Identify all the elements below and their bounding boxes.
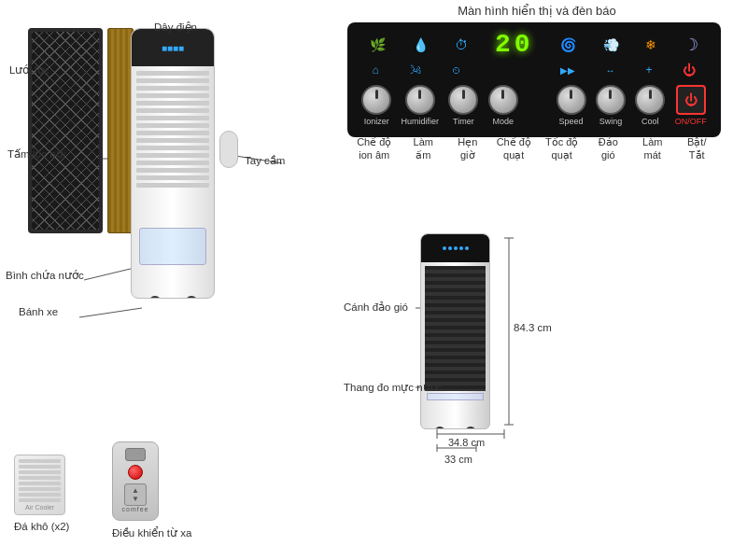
- knob-timer[interactable]: Timer: [448, 85, 478, 126]
- label-luoi-loc: Lưới lọc: [9, 63, 49, 77]
- label-day-dien: Dây điện: [154, 21, 197, 34]
- icon-moon: ☽: [684, 35, 698, 55]
- fan2-wheel-left: [434, 427, 445, 429]
- panel-title-wrapper: Màn hình hiển thị và đèn báo: [345, 4, 728, 18]
- fn-label-3: Hẹn giờ: [452, 135, 484, 162]
- panel-icons-row2: ⌂ 🌬 ⏲ ▶▶ ↔ + ⏻: [357, 63, 712, 77]
- icon-speed2[interactable]: ▶▶: [560, 65, 575, 76]
- fn-label-4: Chế độ quạt: [496, 135, 531, 162]
- control-panel: 🌿 💧 ⏱ 20 🌀 💨 ❄ ☽ ⌂ 🌬 ⏲ ▶▶ ↔ + ⏻: [347, 22, 719, 137]
- remote-label: Điều khiển từ xa: [112, 526, 191, 539]
- btn-onoff[interactable]: ⏻ ON/OFF: [675, 85, 707, 126]
- icon-leaf[interactable]: 🌿: [370, 37, 386, 52]
- remote-section: ▲▼ comfee Điều khiển từ xa: [112, 441, 191, 539]
- icon-fan2[interactable]: 💨: [603, 37, 619, 52]
- remote-red-btn[interactable]: [128, 465, 143, 480]
- ice-pack-img: Air Cooler: [14, 455, 65, 515]
- fan-wheels: [136, 296, 209, 299]
- pad-filter: [107, 28, 134, 233]
- knob-humidifier[interactable]: Humidifier: [402, 85, 440, 126]
- label-canh-dao-gio: Cánh đảo gió: [344, 301, 408, 314]
- icon-timer2[interactable]: ⏲: [452, 65, 461, 76]
- icon-fan1[interactable]: 🌀: [560, 37, 576, 52]
- remote-nav[interactable]: ▲▼: [124, 483, 147, 506]
- icon-snowflake[interactable]: ❄: [645, 37, 656, 52]
- knob-speed[interactable]: Speed: [557, 85, 586, 126]
- remote-top-btn[interactable]: [125, 448, 146, 461]
- icon-clock[interactable]: ⏱: [455, 37, 468, 52]
- remote-brand: comfee: [122, 506, 149, 512]
- knob-mode[interactable]: Mode: [488, 85, 518, 126]
- fan2-wheel-right: [465, 427, 476, 429]
- svg-line-5: [79, 308, 142, 317]
- panel-icons-row: 🌿 💧 ⏱ 20 🌀 💨 ❄ ☽: [357, 30, 712, 59]
- on-off-label: ON/OFF: [675, 117, 707, 126]
- fan-water-tank: [139, 228, 206, 265]
- fan2-wheels: [425, 427, 486, 429]
- filter-grid: [28, 28, 103, 233]
- fan2-water: [427, 393, 484, 400]
- label-thang-do-nuoc: Thang đo mực nước: [344, 381, 442, 394]
- fn-label-6: Đảo gió: [592, 135, 624, 162]
- panel-title: Màn hình hiển thị và đèn báo: [458, 4, 616, 18]
- wheel-left: [148, 296, 162, 299]
- knob-ionizer[interactable]: Ionizer: [361, 85, 391, 126]
- knob-swing[interactable]: Swing: [596, 85, 626, 126]
- icon-fan3[interactable]: 🌬: [410, 63, 421, 77]
- ice-pack-section: Air Cooler Đá khô (x2): [14, 455, 69, 532]
- icon-plus[interactable]: +: [645, 63, 652, 77]
- fn-label-5: Tốc độ quạt: [544, 135, 580, 162]
- fan2-vents: [425, 266, 486, 391]
- fan-unit-main: ■■■■: [131, 28, 215, 299]
- icon-power[interactable]: ⏻: [683, 63, 696, 77]
- wheel-right: [185, 296, 198, 299]
- page-container: Màn hình hiển thị và đèn báo 🌿 💧 ⏱ 20 🌀 …: [0, 0, 747, 560]
- knob-cool[interactable]: Cool: [635, 85, 665, 126]
- ice-pack-label: Đá khô (x2): [14, 521, 69, 532]
- icon-drop[interactable]: 💧: [413, 37, 429, 52]
- icon-swing2[interactable]: ↔: [605, 65, 614, 76]
- panel-display: 20: [495, 30, 534, 59]
- fn-label-1: Chế độ ion âm: [354, 135, 395, 162]
- fn-label-7: Làm mát: [637, 135, 669, 162]
- icon-home[interactable]: ⌂: [372, 63, 378, 77]
- dim-width1: 33 cm: [444, 454, 472, 465]
- fn-label-8: Bật/ Tắt: [681, 135, 712, 162]
- fan-vent-area: [136, 71, 209, 220]
- label-tay-cam: Tay cầm: [245, 154, 285, 167]
- fn-label-2: Làm ấm: [407, 135, 439, 162]
- fan-unit-right: [420, 233, 490, 429]
- fan-handle: [219, 131, 238, 168]
- label-banh-xe: Bánh xe: [19, 306, 58, 317]
- label-tam-loc-bui: Tấm lọc bụi: [7, 147, 65, 161]
- label-binh-chua-nuoc: Bình chứa nước: [6, 269, 84, 282]
- fan-top-panel: ■■■■: [132, 29, 214, 66]
- function-labels: Chế độ ion âm Làm ấm Hẹn giờ Chế độ quạt…: [347, 135, 719, 162]
- remote-img: ▲▼ comfee: [112, 441, 159, 521]
- dim-height: 84.3 cm: [514, 322, 552, 333]
- panel-knobs-row: Ionizer Humidifier Timer Mode Speed: [357, 81, 712, 130]
- dim-width2: 34.8 cm: [448, 437, 485, 448]
- fan2-top: [421, 234, 489, 262]
